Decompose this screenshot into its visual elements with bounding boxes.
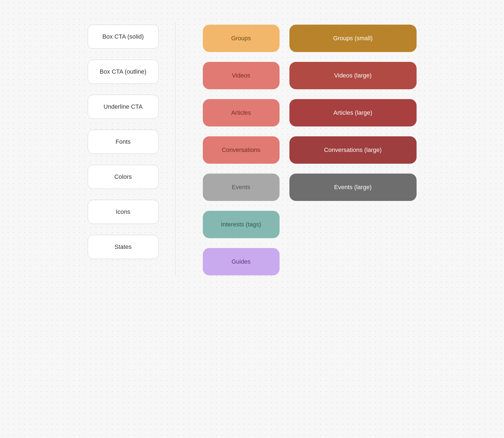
row-guides: Guides — [203, 248, 417, 275]
category-articles-large[interactable]: Articles (large) — [289, 99, 417, 126]
category-guides[interactable]: Guides — [203, 248, 280, 275]
category-events[interactable]: Events — [203, 174, 280, 201]
row-videos-row: VideosVideos (large) — [203, 62, 417, 89]
nav-box-cta-solid[interactable]: Box CTA (solid) — [88, 25, 159, 49]
category-interests[interactable]: Interests (tags) — [203, 211, 280, 238]
category-videos-large[interactable]: Videos (large) — [289, 62, 417, 89]
nav-fonts[interactable]: Fonts — [88, 130, 159, 154]
category-groups-large[interactable]: Groups (small) — [289, 25, 417, 52]
nav-box-cta-outline[interactable]: Box CTA (outline) — [88, 60, 159, 84]
category-groups[interactable]: Groups — [203, 25, 280, 52]
nav-underline-cta[interactable]: Underline CTA — [88, 95, 159, 119]
main-layout: Box CTA (solid)Box CTA (outline)Underlin… — [88, 22, 417, 275]
right-panel: GroupsGroups (small)VideosVideos (large)… — [175, 22, 417, 275]
nav-colors[interactable]: Colors — [88, 165, 159, 189]
nav-icons[interactable]: Icons — [88, 200, 159, 224]
row-articles-row: ArticlesArticles (large) — [203, 99, 417, 126]
category-events-large[interactable]: Events (large) — [289, 174, 417, 201]
row-conversations-row: ConversationsConversations (large) — [203, 136, 417, 164]
category-articles[interactable]: Articles — [203, 99, 280, 126]
nav-states[interactable]: States — [88, 235, 159, 259]
left-panel: Box CTA (solid)Box CTA (outline)Underlin… — [88, 22, 175, 275]
category-conversations-large[interactable]: Conversations (large) — [289, 136, 417, 164]
row-interests: Interests (tags) — [203, 211, 417, 238]
row-groups-row: GroupsGroups (small) — [203, 25, 417, 52]
category-conversations[interactable]: Conversations — [203, 136, 280, 164]
row-events-row: EventsEvents (large) — [203, 174, 417, 201]
category-videos[interactable]: Videos — [203, 62, 280, 89]
